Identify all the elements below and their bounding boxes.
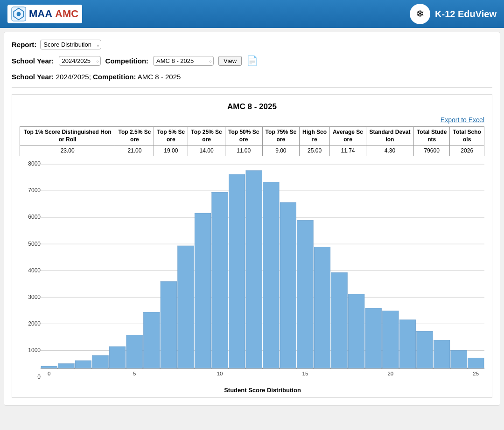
logo-box: MAA AMC bbox=[7, 5, 82, 23]
y-label-5000: 5000 bbox=[20, 241, 41, 247]
bar-score-9[interactable] bbox=[195, 213, 211, 368]
bar-score-18[interactable] bbox=[348, 294, 364, 368]
bar-score-4[interactable] bbox=[109, 347, 126, 368]
td-std-dev: 4.30 bbox=[366, 146, 414, 156]
x-label-5: 5 bbox=[133, 371, 136, 376]
y-label-3000: 3000 bbox=[20, 294, 41, 300]
x-label-25: 25 bbox=[473, 371, 479, 376]
y-label-2000: 2000 bbox=[20, 321, 41, 326]
pdf-icon[interactable]: 📄 bbox=[246, 55, 258, 66]
bar-score-14[interactable] bbox=[280, 202, 296, 368]
header: MAA AMC ❄ K-12 EduView bbox=[0, 0, 504, 28]
competition-label: Competition: bbox=[105, 57, 148, 65]
y-label-6000: 6000 bbox=[20, 214, 41, 220]
bar-score-10[interactable] bbox=[212, 192, 228, 368]
bar-score-15[interactable] bbox=[297, 220, 314, 368]
x-label-15: 15 bbox=[302, 371, 308, 376]
y-label-8000: 8000 bbox=[20, 161, 41, 166]
bar-score-22[interactable] bbox=[417, 331, 433, 368]
th-high-score: High Score bbox=[300, 127, 330, 146]
x-label-0: 0 bbox=[48, 371, 50, 376]
td-top75: 9.00 bbox=[262, 146, 300, 156]
th-top25: Top 25% Score bbox=[188, 127, 225, 146]
histogram-wrapper: 8000 7000 6000 5000 4000 3000 2000 1000 … bbox=[20, 161, 484, 394]
competition-selector-wrapper[interactable]: AMC 8 - 2025 bbox=[153, 56, 214, 66]
stats-table: Top 1% Score Distinguished Honor Roll To… bbox=[20, 126, 484, 156]
main-content: Report: Score Distribution School Year: … bbox=[4, 32, 500, 406]
td-top1: 23.00 bbox=[20, 146, 115, 156]
y-axis: 8000 7000 6000 5000 4000 3000 2000 1000 … bbox=[20, 161, 41, 394]
app-icon: ❄ bbox=[410, 4, 430, 24]
y-label-0: 0 bbox=[20, 374, 41, 380]
header-right: ❄ K-12 EduView bbox=[410, 4, 497, 24]
td-top25: 14.00 bbox=[188, 146, 225, 156]
th-std-dev: Standard Devation bbox=[366, 127, 414, 146]
bar-score-12[interactable] bbox=[246, 171, 262, 368]
td-top5: 19.00 bbox=[154, 146, 188, 156]
y-label-7000: 7000 bbox=[20, 187, 41, 193]
y-label-4000: 4000 bbox=[20, 268, 41, 273]
td-top50: 11.00 bbox=[225, 146, 262, 156]
school-year-label: School Year: bbox=[12, 57, 54, 65]
logo-area: MAA AMC bbox=[7, 5, 82, 23]
report-label: Report: bbox=[12, 41, 36, 49]
subtitle-competition-value: AMC 8 - 2025 bbox=[138, 73, 181, 81]
td-avg-score: 11.74 bbox=[329, 146, 366, 156]
th-total-students: Total Students bbox=[413, 127, 450, 146]
th-total-schools: Total Schools bbox=[450, 127, 484, 146]
bar-score-11[interactable] bbox=[229, 174, 245, 368]
subtitle-school-year-label: School Year: bbox=[12, 73, 54, 81]
subtitle-school-year-value: 2024/2025; bbox=[56, 73, 93, 81]
view-button[interactable]: View bbox=[218, 56, 242, 66]
bar-score-3[interactable] bbox=[92, 355, 109, 368]
subtitle-competition-label: Competition: bbox=[93, 73, 136, 81]
chart-container: AMC 8 - 2025 Export to Excel Top 1% Scor… bbox=[12, 94, 492, 398]
x-label-10: 10 bbox=[217, 371, 223, 376]
th-top2-5: Top 2.5% Score bbox=[115, 127, 154, 146]
bar-score-2[interactable] bbox=[75, 361, 91, 368]
chart-title: AMC 8 - 2025 bbox=[20, 102, 484, 111]
logo-maa-text: MAA bbox=[29, 8, 52, 20]
bar-score-16[interactable] bbox=[314, 247, 330, 368]
table-header-row: Top 1% Score Distinguished Honor Roll To… bbox=[20, 127, 484, 146]
bar-score-6[interactable] bbox=[143, 312, 160, 368]
td-high-score: 25.00 bbox=[300, 146, 330, 156]
y-label-1000: 1000 bbox=[20, 347, 41, 353]
x-axis-label: Student Score Distribution bbox=[41, 387, 484, 394]
bar-score-23[interactable] bbox=[434, 340, 450, 368]
export-to-excel-link[interactable]: Export to Excel bbox=[20, 116, 484, 124]
competition-selector[interactable]: AMC 8 - 2025 bbox=[153, 56, 214, 66]
histogram-area: 0510152025 Student Score Distribution bbox=[41, 161, 484, 394]
th-avg-score: Average Score bbox=[329, 127, 366, 146]
report-selector-wrapper[interactable]: Score Distribution bbox=[40, 40, 101, 49]
app-title: K-12 EduView bbox=[435, 9, 497, 20]
bar-score-21[interactable] bbox=[399, 320, 416, 368]
logo-amc-text: AMC bbox=[55, 8, 78, 20]
x-label-20: 20 bbox=[387, 371, 393, 376]
th-top5: Top 5% Score bbox=[154, 127, 188, 146]
th-top1: Top 1% Score Distinguished Honor Roll bbox=[20, 127, 115, 146]
report-selector[interactable]: Score Distribution bbox=[40, 40, 101, 49]
bar-score-8[interactable] bbox=[178, 246, 194, 368]
bar-score-20[interactable] bbox=[382, 311, 399, 368]
subtitle-line: School Year: 2024/2025; Competition: AMC… bbox=[12, 73, 492, 88]
bar-score-13[interactable] bbox=[263, 182, 279, 368]
th-top75: Top 75% Score bbox=[262, 127, 300, 146]
bar-score-24[interactable] bbox=[451, 350, 467, 368]
bar-score-17[interactable] bbox=[331, 273, 348, 368]
logo-image-icon bbox=[11, 7, 26, 21]
table-data-row: 23.00 21.00 19.00 14.00 11.00 9.00 25.00… bbox=[20, 146, 484, 156]
snowflake-icon: ❄ bbox=[416, 8, 424, 20]
td-total-schools: 2026 bbox=[450, 146, 484, 156]
bar-score-19[interactable] bbox=[365, 308, 382, 368]
bar-score-1[interactable] bbox=[58, 364, 75, 368]
td-top2-5: 21.00 bbox=[115, 146, 154, 156]
bar-score-7[interactable] bbox=[161, 282, 177, 368]
svg-point-2 bbox=[17, 12, 21, 16]
bar-score-25[interactable] bbox=[468, 358, 484, 368]
bar-score-0[interactable] bbox=[41, 366, 57, 368]
histogram-svg: 0510152025 bbox=[41, 161, 484, 385]
bar-score-5[interactable] bbox=[126, 335, 143, 368]
school-year-selector-wrapper[interactable]: 2024/2025 bbox=[59, 56, 101, 66]
school-year-selector[interactable]: 2024/2025 bbox=[59, 56, 101, 66]
